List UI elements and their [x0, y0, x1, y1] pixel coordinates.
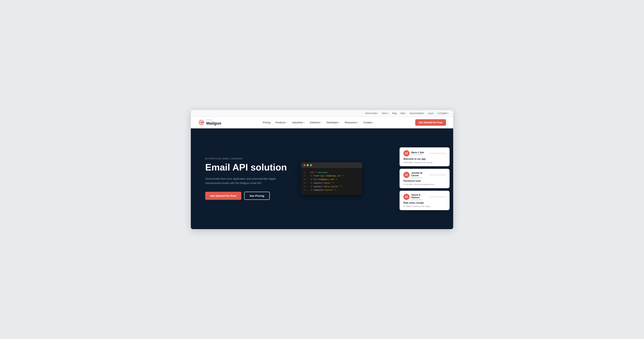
email-avatar-1 [404, 150, 410, 156]
code-body: 01POST / messages 02 -F from='App <me@my… [301, 168, 362, 195]
email-card-3: Valerie E. Dawson Ride share receipt Hi … [399, 191, 450, 210]
email-avatar-2 [404, 172, 410, 178]
about-link[interactable]: About ▾ [382, 112, 389, 115]
svg-rect-4 [405, 152, 408, 154]
hero-get-started-button[interactable]: Get Started For Free [205, 192, 241, 200]
svg-point-2 [200, 122, 202, 123]
browser-window: Sinch Email ▾ About ▾ Blog Help ▾ Docume… [191, 110, 453, 229]
email-name-2: Jennifer M. Carson [411, 172, 427, 177]
email-card-1: Maria J. Bair Welcome to our app Hello M… [399, 147, 450, 166]
hero-visual: 01POST / messages 02 -F from='App <me@my… [301, 128, 453, 229]
globe-icon [437, 112, 440, 115]
dot-green [310, 164, 312, 166]
top-bar: Sinch Email ▾ About ▾ Blog Help ▾ Docume… [191, 110, 453, 117]
email-placeholder-2 [429, 174, 446, 175]
nav-links: Pricing Products ▾ Industries ▾ Solution… [263, 121, 374, 124]
nav-resources[interactable]: Resources ▾ [345, 121, 358, 124]
email-preview-2: Hi Jennifer, reset your password by... [404, 183, 446, 185]
nav-contact[interactable]: Contact ▾ [363, 121, 374, 124]
dot-red [304, 164, 306, 166]
email-icon-2 [405, 174, 408, 176]
svg-point-3 [202, 122, 204, 123]
documentation-link[interactable]: Documentation [410, 112, 424, 115]
svg-rect-6 [405, 196, 408, 198]
email-subject-3: Ride share receipt [404, 201, 446, 204]
help-link[interactable]: Help ▾ [400, 112, 406, 115]
email-icon-1 [405, 152, 408, 155]
email-placeholder-1 [429, 153, 446, 154]
email-icon-3 [405, 195, 408, 198]
hero-eyebrow: EFFORTLESS EMAIL SENDING [205, 158, 287, 160]
svg-rect-5 [405, 174, 408, 176]
hero-section: EFFORTLESS EMAIL SENDING Email API solut… [191, 128, 453, 229]
email-subline-3 [411, 199, 422, 200]
logo[interactable]: SINCH Mailgun [198, 119, 221, 126]
email-name-1: Maria J. Bair [411, 151, 427, 154]
email-name-3: Valerie E. Dawson [411, 193, 427, 199]
email-card-2: Jennifer M. Carson Password reset Hi Jen… [399, 169, 450, 188]
nav-industries[interactable]: Industries ▾ [292, 121, 304, 124]
login-link[interactable]: Log in [428, 112, 434, 115]
hero-description: Send emails from your application and au… [205, 177, 281, 185]
sinch-email-link[interactable]: Sinch Email ▾ [365, 112, 378, 115]
email-subline-2 [411, 177, 422, 178]
code-titlebar [301, 162, 362, 168]
blog-link[interactable]: Blog [392, 112, 397, 115]
email-subline-1 [411, 154, 422, 155]
main-nav: SINCH Mailgun Pricing Products ▾ Industr… [191, 117, 453, 128]
nav-pricing[interactable]: Pricing [263, 121, 270, 124]
dot-yellow [307, 164, 309, 166]
logo-text: Mailgun [206, 121, 221, 126]
nav-developer[interactable]: Developer ▾ [326, 121, 340, 124]
nav-solutions[interactable]: Solutions ▾ [310, 121, 322, 124]
email-placeholder-3 [429, 196, 446, 197]
email-subject-2: Password reset [404, 179, 446, 182]
email-preview-3: Hi Valerie, thank you for riding... [404, 205, 446, 207]
hero-title: Email API solution [205, 162, 287, 172]
email-avatar-3 [404, 194, 410, 200]
nav-cta-button[interactable]: Get Started for Free [415, 119, 446, 126]
hero-content: EFFORTLESS EMAIL SENDING Email API solut… [205, 158, 287, 200]
code-window: 01POST / messages 02 -F from='App <me@my… [301, 162, 362, 195]
email-cards: Maria J. Bair Welcome to our app Hello M… [399, 147, 450, 210]
hero-buttons: Get Started For Free See Pricing [205, 192, 287, 200]
mailgun-logo-icon [198, 119, 205, 126]
nav-products[interactable]: Products ▾ [276, 121, 287, 124]
email-preview-1: Hello Maria, thank you for joining... [404, 161, 446, 163]
language-selector[interactable]: English ▾ [437, 112, 449, 115]
email-subject-1: Welcome to our app [404, 157, 446, 160]
hero-see-pricing-button[interactable]: See Pricing [244, 192, 270, 200]
sinch-label: SINCH [206, 119, 221, 121]
